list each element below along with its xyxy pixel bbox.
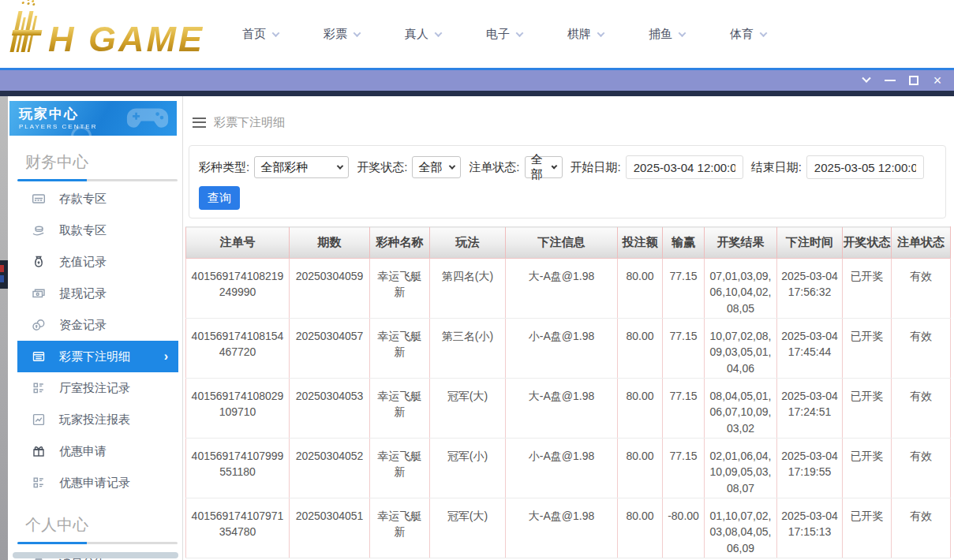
logo-confetti-icon <box>21 2 24 4</box>
col-win-loss: 输赢 <box>663 227 705 259</box>
sidebar-item-funds-records[interactable]: 资金记录 <box>17 309 178 341</box>
nav-label: 捕鱼 <box>649 27 672 42</box>
col-bet-time: 下注时间 <box>777 227 843 259</box>
cell-bet-info: 小-A盘@1.98 <box>506 319 618 379</box>
cell-bet-time: 2025-03-04 17:56:32 <box>777 259 843 319</box>
table-row[interactable]: 401569174107971354780 20250304051 幸运飞艇新 … <box>186 498 951 558</box>
nav-label: 彩票 <box>324 27 347 42</box>
cell-bet-time: 2025-03-04 17:15:13 <box>777 498 843 558</box>
cell-draw-status: 已开奖 <box>843 259 892 319</box>
chevron-down-icon <box>435 29 443 37</box>
table-row[interactable]: 401569174108219249990 20250304059 幸运飞艇新 … <box>186 259 951 319</box>
cell-lottery-name: 幸运飞艇新 <box>370 379 430 439</box>
draw-status-select[interactable]: 全部 <box>412 156 461 178</box>
sidebar-item-hall-bet-records[interactable]: 厅室投注记录 <box>17 372 178 404</box>
withdraw-hand-icon <box>32 223 46 237</box>
cell-draw-status: 已开奖 <box>843 498 892 558</box>
order-status-select[interactable]: 全部 <box>525 156 563 178</box>
page-title: 彩票下注明细 <box>214 115 285 130</box>
chevron-down-icon <box>760 29 768 37</box>
sidebar-item-label: 厅室投注记录 <box>59 381 130 396</box>
sidebar-item-promo-apply-records[interactable]: 优惠申请记录 <box>17 467 178 498</box>
chevron-right-icon: › <box>164 349 168 364</box>
sidebar-item-withdraw-records[interactable]: 提现记录 <box>17 278 178 309</box>
start-date-input[interactable] <box>626 155 743 179</box>
nav-item-home[interactable]: 首页 <box>242 27 279 42</box>
section-title-finance: 财务中心 <box>25 151 182 172</box>
selected-value: 全部彩种 <box>260 160 308 175</box>
clipboard-list-icon <box>32 476 46 490</box>
cell-lottery-name: 幸运飞艇新 <box>370 319 430 379</box>
sidebar-item-player-bet-report[interactable]: 玩家投注报表 <box>17 404 178 435</box>
window-close-button[interactable]: × <box>926 70 949 91</box>
cell-bet-amount: 80.00 <box>618 439 663 498</box>
table-header-row: 注单号 期数 彩种名称 玩法 下注信息 投注额 输赢 开奖结果 下注时间 开奖状… <box>186 227 951 259</box>
cell-order-id: 401569174107999551180 <box>186 439 290 498</box>
sidebar-item-label: 优惠申请记录 <box>59 476 130 491</box>
window-collapse-button[interactable] <box>855 70 878 91</box>
minimize-icon <box>885 80 896 81</box>
table-row[interactable]: 401569174108029109710 20250304053 幸运飞艇新 … <box>186 379 951 439</box>
section-title-personal: 个人中心 <box>25 514 182 535</box>
col-lottery-name: 彩种名称 <box>370 227 430 259</box>
cell-order-id: 401569174108029109710 <box>186 379 290 439</box>
cell-draw-result: 01,10,07,02,03,08,04,05,06,09 <box>705 498 777 558</box>
cell-win-loss: -80.00 <box>663 498 705 558</box>
selected-value: 全部 <box>418 160 442 175</box>
nav-item-sports[interactable]: 体育 <box>730 27 766 42</box>
site-header: H GAME 首页 彩票 真人 电子 棋牌 捕鱼 体育 <box>0 0 954 68</box>
logo[interactable]: H GAME <box>14 11 209 57</box>
cell-draw-result: 08,04,05,01,06,07,10,09,03,02 <box>705 379 777 439</box>
table-row[interactable]: 401569174108154467720 20250304057 幸运飞艇新 … <box>186 319 951 379</box>
search-button[interactable]: 查询 <box>199 186 240 210</box>
cell-bet-amount: 80.00 <box>618 498 663 558</box>
sidebar-item-deposit-zone[interactable]: 存款专区 <box>17 183 178 215</box>
cell-period: 20250304051 <box>290 498 370 558</box>
nav-item-lottery[interactable]: 彩票 <box>324 27 360 42</box>
coins-icon <box>32 318 46 332</box>
chevron-down-icon <box>354 29 361 37</box>
cell-bet-amount: 80.00 <box>618 319 663 379</box>
horizontal-scrollbar[interactable] <box>13 552 178 558</box>
col-order-id: 注单号 <box>186 227 290 259</box>
end-date-input[interactable] <box>806 155 924 179</box>
lottery-type-select[interactable]: 全部彩种 <box>254 156 349 178</box>
cell-order-status: 有效 <box>892 319 951 379</box>
section-underline <box>17 542 178 544</box>
app-window: H GAME 首页 彩票 真人 电子 棋牌 捕鱼 体育 × 玩家中心 PLAYE… <box>0 0 954 560</box>
cell-bet-info: 大-A盘@1.98 <box>506 379 618 439</box>
sidebar-item-label: 优惠申请 <box>59 444 107 459</box>
nav-item-cards[interactable]: 棋牌 <box>567 27 604 42</box>
cell-bet-info: 大-A盘@1.98 <box>506 498 618 558</box>
cell-draw-result: 02,01,06,04,10,09,05,03,08,07 <box>705 439 777 498</box>
cell-lottery-name: 幸运飞艇新 <box>370 439 430 498</box>
logo-text: H GAME <box>48 21 209 57</box>
col-bet-amount: 投注额 <box>618 227 663 259</box>
filter-panel: 彩种类型: 全部彩种 开奖状态: 全部 注单状态: 全部 开始日期: 结束日期: <box>189 145 946 218</box>
cell-order-status: 有效 <box>892 498 951 558</box>
sidebar-item-withdraw-zone[interactable]: 取款专区 <box>17 215 178 246</box>
sidebar-item-lottery-bet-details[interactable]: 彩票下注明细 › <box>17 341 178 372</box>
cell-win-loss: 77.15 <box>663 439 705 498</box>
sidebar-item-label: 取款专区 <box>59 223 107 238</box>
sidebar-item-recharge-records[interactable]: 充值记录 <box>17 246 178 278</box>
cell-period: 20250304052 <box>290 439 370 498</box>
nav-item-live[interactable]: 真人 <box>405 27 441 42</box>
cell-draw-result: 10,07,02,08,09,03,05,01,04,06 <box>705 319 777 379</box>
cell-play-type: 第四名(大) <box>430 259 506 319</box>
window-minimize-button[interactable] <box>878 70 902 91</box>
nav-item-slots[interactable]: 电子 <box>486 27 522 42</box>
window-maximize-button[interactable] <box>902 70 926 91</box>
cell-win-loss: 77.15 <box>663 379 705 439</box>
cell-draw-status: 已开奖 <box>843 379 892 439</box>
hamburger-menu-icon[interactable] <box>193 118 206 128</box>
cell-play-type: 冠军(小) <box>430 439 506 498</box>
sidebar-item-promo-apply[interactable]: 优惠申请 <box>17 435 178 467</box>
table-row[interactable]: 401569174107999551180 20250304052 幸运飞艇新 … <box>186 439 951 498</box>
nav-item-fishing[interactable]: 捕鱼 <box>649 27 685 42</box>
nav-label: 首页 <box>242 27 266 42</box>
bet-table: 注单号 期数 彩种名称 玩法 下注信息 投注额 输赢 开奖结果 下注时间 开奖状… <box>185 226 951 558</box>
col-bet-info: 下注信息 <box>506 227 618 259</box>
cell-bet-time: 2025-03-04 17:45:44 <box>777 319 843 379</box>
ledger-icon <box>32 349 46 364</box>
